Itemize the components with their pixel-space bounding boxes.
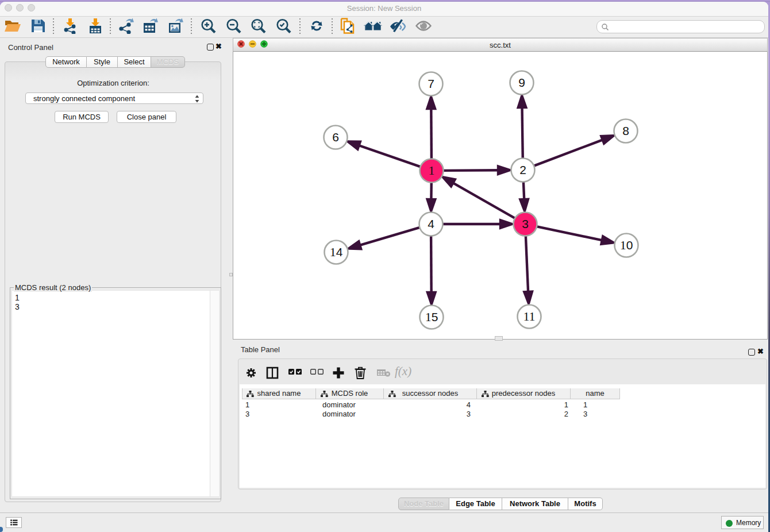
svg-text:10: 10	[620, 238, 633, 252]
svg-text:3: 3	[522, 217, 529, 230]
svg-text:8: 8	[622, 124, 629, 137]
svg-text:6: 6	[332, 130, 339, 144]
svg-text:7: 7	[428, 77, 434, 90]
svg-text:15: 15	[425, 310, 438, 324]
svg-text:4: 4	[428, 217, 434, 230]
svg-text:14: 14	[330, 245, 343, 259]
svg-text:9: 9	[518, 76, 525, 89]
svg-text:2: 2	[519, 163, 526, 176]
svg-text:11: 11	[523, 309, 535, 323]
svg-text:1: 1	[429, 163, 435, 178]
